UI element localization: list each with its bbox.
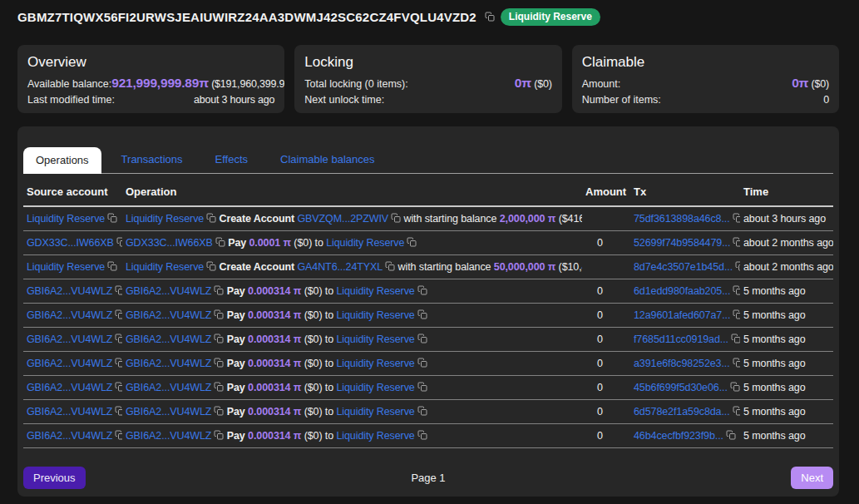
copy-icon[interactable] [206,261,216,271]
copy-icon[interactable] [417,406,427,416]
operation-account-link[interactable]: GBI6A2...VU4WLZ [126,309,211,321]
copy-icon[interactable] [115,358,122,368]
copy-icon[interactable] [733,285,740,295]
operation-account-link[interactable]: Liquidity Reserve [336,285,414,297]
tx-link[interactable]: 46b4cecfbf923f9b... [634,430,723,442]
copy-icon[interactable] [733,309,740,319]
operation-text: Pay [227,309,245,321]
operation-account-link[interactable]: GBI6A2...VU4WLZ [126,406,211,418]
source-account-link[interactable]: GDX33C...IW66XB [27,237,114,249]
source-account-link[interactable]: GBI6A2...VU4WLZ [27,358,112,369]
copy-icon[interactable] [206,213,216,223]
source-account-link[interactable]: GBI6A2...VU4WLZ [27,285,112,297]
copy-icon[interactable] [214,430,224,440]
tx-link[interactable]: 6d578e2f1a59c8da... [634,406,730,418]
source-account-link[interactable]: GBI6A2...VU4WLZ [27,382,112,393]
copy-icon[interactable] [115,334,122,343]
operation-account-link[interactable]: GBI6A2...VU4WLZ [126,430,211,442]
source-account-link[interactable]: GBI6A2...VU4WLZ [27,430,112,442]
copy-icon[interactable] [214,334,224,343]
source-account-link[interactable]: Liquidity Reserve [27,213,105,225]
operation-account-link[interactable]: GBI6A2...VU4WLZ [126,382,211,393]
tab-operations[interactable]: Operations [23,147,101,174]
copy-icon[interactable] [417,285,427,295]
copy-icon[interactable] [214,285,224,295]
tx-link[interactable]: 52699f74b9584479... [634,237,730,249]
operation-account-link[interactable]: Liquidity Reserve [336,406,414,418]
copy-icon[interactable] [733,406,740,416]
copy-icon[interactable] [107,261,117,271]
tx-cell: 6d1edd980faab205... [630,279,740,304]
copy-icon[interactable] [116,237,122,247]
operation-account-link[interactable]: Liquidity Reserve [336,334,414,345]
tab-claimable-balances[interactable]: Claimable balances [268,146,387,173]
operation-account-link[interactable]: Liquidity Reserve [336,358,414,369]
source-account-link[interactable]: GBI6A2...VU4WLZ [27,334,112,345]
copy-icon[interactable] [733,237,740,247]
copy-icon[interactable] [726,430,736,440]
copy-icon[interactable] [115,406,122,416]
operation-account-link[interactable]: Liquidity Reserve [326,237,404,249]
copy-icon[interactable] [733,213,740,223]
tx-link[interactable]: 75df3613898a46c8... [634,213,730,225]
copy-icon[interactable] [385,261,395,271]
copy-icon[interactable] [107,213,117,223]
operation-cell: GBI6A2...VU4WLZ Pay 0.000314 π ($0) to L… [122,328,582,352]
previous-button[interactable]: Previous [23,467,86,489]
copy-icon[interactable] [115,309,122,319]
amount-cell: 0 [582,231,630,255]
tx-cell: 6d578e2f1a59c8da... [630,400,740,424]
card-value: 0π ($0) [515,75,552,92]
time-cell: about 3 hours ago [740,206,833,231]
operation-account-link[interactable]: Liquidity Reserve [336,382,414,393]
card-row: Total locking (0 items): 0π ($0) [304,75,551,92]
copy-icon[interactable] [214,358,224,368]
copy-icon[interactable] [417,382,427,392]
copy-icon[interactable] [417,334,427,343]
copy-icon[interactable] [485,12,495,22]
tx-link[interactable]: 45b6f699f5d30e06... [634,382,728,393]
tx-link[interactable]: a391e6f8c98252e3... [634,358,730,369]
copy-icon[interactable] [214,406,224,416]
source-account-link[interactable]: GBI6A2...VU4WLZ [27,406,112,418]
operation-account-link[interactable]: Liquidity Reserve [336,309,414,321]
table-row: GBI6A2...VU4WLZGBI6A2...VU4WLZ Pay 0.000… [23,279,833,304]
operation-account-link[interactable]: GBI6A2...VU4WLZ [126,358,211,369]
operation-account-link[interactable]: GA4NT6...24TYXL [297,261,383,273]
operation-account-link[interactable]: GBVZQM...2PZWIV [297,213,388,225]
copy-icon[interactable] [730,382,740,392]
source-account-link[interactable]: GBI6A2...VU4WLZ [27,309,112,321]
copy-icon[interactable] [735,261,740,271]
tx-link[interactable]: 8d7e4c3507e1b45d... [634,261,733,273]
copy-icon[interactable] [417,358,427,368]
copy-icon[interactable] [407,237,417,247]
source-account-link[interactable]: Liquidity Reserve [27,261,105,273]
operation-account-link[interactable]: GBI6A2...VU4WLZ [126,285,211,297]
copy-icon[interactable] [391,213,401,223]
time-cell: 5 months ago [740,304,833,328]
operation-account-link[interactable]: GBI6A2...VU4WLZ [126,334,211,345]
tx-link[interactable]: 12a9601afed607a7... [634,309,730,321]
copy-icon[interactable] [417,430,427,440]
tx-link[interactable]: f7685d11cc0919ad... [634,334,728,345]
operation-cell: Liquidity Reserve Create Account GBVZQM.… [122,206,582,231]
operation-account-link[interactable]: GDX33C...IW66XB [126,237,213,249]
copy-icon[interactable] [115,382,122,392]
tab-transactions[interactable]: Transactions [109,146,195,173]
copy-icon[interactable] [733,358,740,368]
operation-account-link[interactable]: Liquidity Reserve [126,261,204,273]
copy-icon[interactable] [214,382,224,392]
operation-account-link[interactable]: Liquidity Reserve [336,430,414,442]
operation-account-link[interactable]: Liquidity Reserve [126,213,204,225]
copy-icon[interactable] [115,430,122,440]
copy-icon[interactable] [417,309,427,319]
copy-icon[interactable] [115,285,122,295]
copy-icon[interactable] [214,309,224,319]
next-button[interactable]: Next [791,467,833,489]
operation-amount: 0.000314 π [248,358,301,369]
amount-cell [582,206,630,231]
copy-icon[interactable] [731,334,740,343]
tx-link[interactable]: 6d1edd980faab205... [634,285,730,297]
copy-icon[interactable] [215,237,225,247]
tab-effects[interactable]: Effects [203,146,261,173]
